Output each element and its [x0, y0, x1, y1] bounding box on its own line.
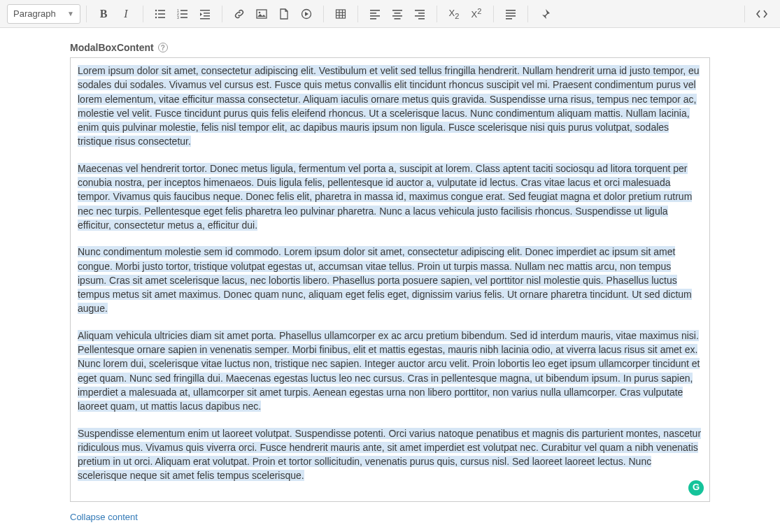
toolbar-separator [527, 6, 528, 22]
svg-rect-37 [506, 13, 516, 14]
media-button[interactable] [295, 3, 318, 25]
toolbar-separator [744, 6, 745, 22]
bullet-list-button[interactable] [149, 3, 171, 25]
align-left-button[interactable] [364, 3, 386, 25]
editor-toolbar: Paragraph ▼ B I 123 [0, 0, 780, 28]
svg-rect-11 [180, 17, 187, 18]
svg-rect-3 [158, 13, 165, 15]
numbered-list-button[interactable]: 123 [171, 3, 194, 25]
svg-rect-29 [395, 13, 401, 14]
svg-rect-16 [257, 10, 267, 18]
svg-rect-31 [395, 18, 401, 20]
field-label-row: ModalBoxContent ? [70, 42, 710, 53]
svg-point-0 [155, 9, 157, 10]
svg-rect-1 [158, 10, 165, 11]
collapse-content-link[interactable]: Collapse content [70, 512, 138, 522]
subscript-button[interactable]: X2 [443, 3, 465, 25]
svg-rect-27 [370, 18, 376, 20]
align-center-button[interactable] [386, 3, 409, 25]
italic-button[interactable]: I [115, 3, 137, 25]
svg-rect-32 [415, 10, 425, 11]
svg-point-4 [155, 16, 157, 17]
toolbar-separator [86, 6, 87, 22]
toolbar-separator [143, 6, 143, 22]
svg-rect-24 [370, 10, 380, 11]
svg-rect-34 [415, 15, 425, 17]
editor-paragraph[interactable]: Lorem ipsum dolor sit amet, consectetur … [78, 65, 700, 147]
svg-rect-26 [370, 15, 380, 17]
align-right-button[interactable] [409, 3, 431, 25]
editor-paragraph[interactable]: Maecenas vel hendrerit tortor. Donec met… [78, 163, 692, 231]
svg-rect-15 [200, 18, 210, 20]
svg-rect-19 [336, 10, 346, 18]
toolbar-separator [437, 6, 437, 22]
help-icon[interactable]: ? [158, 43, 168, 52]
table-button[interactable] [329, 3, 352, 25]
pin-button[interactable] [534, 3, 556, 25]
rich-text-editor[interactable]: Lorem ipsum dolor sit amet, consectetur … [70, 57, 710, 502]
format-select-label: Paragraph [13, 8, 56, 19]
toolbar-separator [222, 6, 222, 22]
grammarly-icon[interactable]: G [688, 480, 704, 496]
content-area: ModalBoxContent ? Lorem ipsum dolor sit … [0, 28, 780, 532]
editor-paragraph[interactable]: Nunc condimentum molestie sem id commodo… [78, 246, 692, 314]
link-button[interactable] [228, 3, 250, 25]
svg-rect-38 [506, 15, 516, 17]
indent-button[interactable] [194, 3, 216, 25]
svg-point-17 [259, 11, 261, 13]
svg-rect-35 [418, 18, 425, 20]
svg-point-2 [155, 13, 157, 14]
svg-rect-5 [158, 17, 165, 18]
field-label: ModalBoxContent [70, 42, 154, 53]
editor-paragraph[interactable]: Suspendisse elementum enim ut laoreet vo… [78, 428, 701, 482]
svg-rect-28 [392, 10, 402, 11]
toolbar-separator [323, 6, 324, 22]
align-justify-button[interactable] [499, 3, 522, 25]
superscript-button[interactable]: X2 [465, 3, 488, 25]
svg-rect-39 [506, 18, 512, 20]
file-button[interactable] [273, 3, 295, 25]
svg-rect-13 [204, 13, 210, 14]
editor-paragraph[interactable]: Aliquam vehicula ultricies diam sit amet… [78, 330, 700, 412]
format-select[interactable]: Paragraph ▼ [7, 4, 80, 24]
svg-rect-36 [506, 10, 516, 11]
svg-rect-25 [370, 13, 376, 14]
svg-text:3: 3 [177, 15, 179, 20]
svg-rect-33 [418, 13, 425, 14]
image-button[interactable] [250, 3, 273, 25]
svg-rect-12 [200, 10, 210, 11]
svg-rect-7 [180, 10, 187, 11]
svg-rect-30 [392, 15, 402, 17]
svg-rect-14 [204, 15, 210, 17]
toolbar-separator [493, 6, 494, 22]
source-code-button[interactable] [751, 3, 773, 25]
svg-rect-9 [180, 13, 187, 15]
bold-button[interactable]: B [92, 3, 115, 25]
caret-down-icon: ▼ [67, 10, 74, 17]
toolbar-separator [357, 6, 358, 22]
